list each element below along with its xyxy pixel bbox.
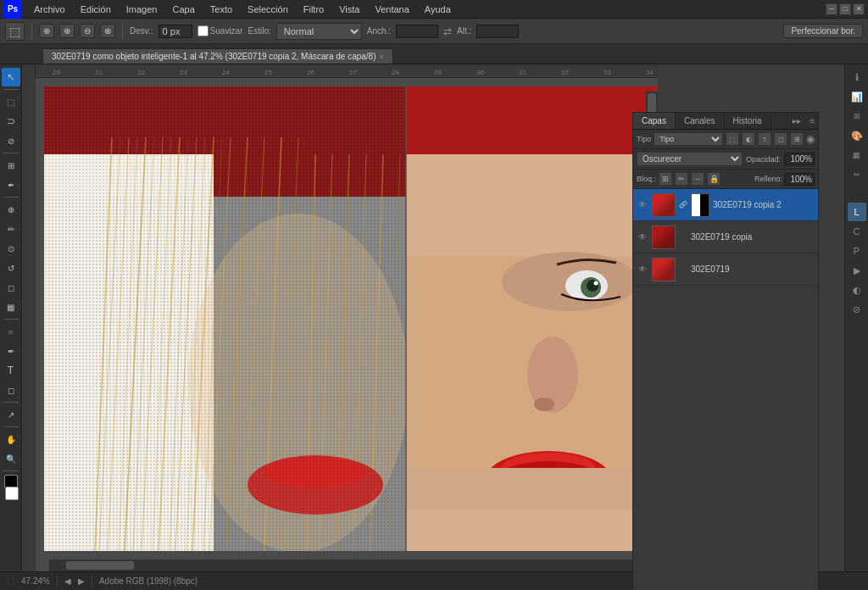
suavizar-checkbox[interactable] <box>198 25 209 36</box>
perfeccionar-btn[interactable]: Perfeccionar bor. <box>783 24 863 38</box>
hand-tool[interactable]: ✋ <box>2 430 20 448</box>
layer-2-thumbnail <box>652 258 676 281</box>
capas-tab[interactable]: Capas <box>633 113 676 129</box>
rs-swatches-btn[interactable]: ▦ <box>848 146 866 164</box>
menu-filtro[interactable]: Filtro <box>297 3 331 16</box>
menu-ventana[interactable]: Ventana <box>368 3 415 16</box>
filter-type-btn[interactable]: T <box>758 132 771 146</box>
layers-blend-row: Oscurecer Normal Multiplicar Aclarar Tra… <box>633 149 818 170</box>
path-select-tool[interactable]: ↗ <box>2 405 20 424</box>
layer-item-1[interactable]: 👁 302E0719 copia <box>633 221 818 253</box>
svg-rect-73 <box>406 510 658 551</box>
estilo-select[interactable]: Normal Proporción fija Tamaño fijo <box>276 23 362 40</box>
heal-tool[interactable]: ⊕ <box>2 200 20 219</box>
rs-color-btn[interactable]: 🎨 <box>848 126 866 145</box>
text-tool[interactable]: T <box>2 361 20 380</box>
document-tab[interactable]: 302E0719 como objeto inteligente-1 al 47… <box>42 48 393 64</box>
menu-vista[interactable]: Vista <box>332 3 366 16</box>
menu-archivo[interactable]: Archivo <box>27 3 72 16</box>
alt-input[interactable] <box>476 25 519 38</box>
layer-item-2[interactable]: 👁 302E0719 <box>633 253 818 286</box>
new-selection-btn[interactable]: ⊕ <box>39 24 54 38</box>
opacity-input[interactable] <box>784 153 815 165</box>
rs-paths-btn[interactable]: P <box>848 242 866 260</box>
filter-shape-btn[interactable]: ◻ <box>774 132 787 146</box>
svg-text:25: 25 <box>264 69 272 76</box>
crop-tool[interactable]: ⊞ <box>2 156 20 175</box>
menu-capa[interactable]: Capa <box>165 3 201 16</box>
maximize-button[interactable]: □ <box>839 3 851 15</box>
canales-tab[interactable]: Canales <box>676 113 725 129</box>
svg-text:23: 23 <box>180 69 187 76</box>
canvas-area: 20 21 22 23 24 25 26 27 28 29 30 31 32 3… <box>22 64 658 571</box>
close-button[interactable]: ✕ <box>853 3 865 15</box>
rs-channels-btn[interactable]: C <box>848 222 866 241</box>
lock-transparent-btn[interactable]: ⊞ <box>659 172 672 186</box>
filter-pixel-btn[interactable]: ⬚ <box>726 132 739 146</box>
menu-edicion[interactable]: Edición <box>74 3 118 16</box>
rs-mask-btn[interactable]: ⊘ <box>848 300 866 319</box>
pen-tool[interactable]: ✒ <box>2 342 20 360</box>
magic-wand-tool[interactable]: ⊘ <box>2 131 20 150</box>
historia-tab[interactable]: Historia <box>725 113 771 129</box>
lock-all-btn[interactable]: 🔒 <box>707 172 721 186</box>
intersect-selection-btn[interactable]: ⊗ <box>100 24 115 38</box>
menu-texto[interactable]: Texto <box>203 3 239 16</box>
lasso-tool[interactable]: ⊃ <box>2 112 20 131</box>
filter-toggle[interactable]: ◉ <box>806 133 815 145</box>
tab-close-btn[interactable]: × <box>379 53 383 61</box>
fill-input[interactable] <box>784 173 815 186</box>
rs-info-btn[interactable]: ℹ <box>848 68 866 86</box>
swap-icon[interactable]: ⇄ <box>443 25 452 37</box>
rs-adjustments-btn[interactable]: ◐ <box>848 281 866 299</box>
layer-0-visibility[interactable]: 👁 <box>637 200 648 209</box>
nav-next-btn[interactable]: ▶ <box>78 576 85 586</box>
status-sep-1 <box>57 576 58 587</box>
menu-imagen[interactable]: Imagen <box>120 3 164 16</box>
shape-tool[interactable]: ◻ <box>2 381 20 399</box>
horizontal-scrollbar[interactable] <box>49 559 646 571</box>
scroll-thumb-h[interactable] <box>66 561 134 570</box>
panel-options-btn[interactable]: ≡ <box>806 113 818 129</box>
lock-position-btn[interactable]: ↔ <box>691 172 704 186</box>
tool-sep-5 <box>3 402 19 403</box>
layer-1-visibility[interactable]: 👁 <box>637 232 648 242</box>
history-tool[interactable]: ↺ <box>2 259 20 277</box>
sep1 <box>31 23 32 40</box>
desv-input[interactable] <box>159 25 192 38</box>
eyedropper-tool[interactable]: ✒ <box>2 175 20 194</box>
nav-prev-btn[interactable]: ◀ <box>64 576 71 586</box>
marquee-tool[interactable]: ⬚ <box>2 92 20 111</box>
blend-mode-select[interactable]: Oscurecer Normal Multiplicar Aclarar Tra… <box>637 152 743 166</box>
subtract-selection-btn[interactable]: ⊖ <box>80 24 95 38</box>
rs-actions-btn[interactable]: ▶ <box>848 261 866 280</box>
desv-label: Desv.: <box>130 26 153 36</box>
rs-navigator-btn[interactable]: ⊞ <box>848 107 866 125</box>
selection-shape-btn[interactable]: ⬚ <box>5 22 25 41</box>
layer-2-visibility[interactable]: 👁 <box>637 264 648 274</box>
anch-input[interactable] <box>396 25 438 38</box>
menu-ayuda[interactable]: Ayuda <box>418 3 458 16</box>
toolbar-top: ⬚ ⊕ ⊕ ⊖ ⊗ Desv.: Suavizar Estilo: Normal… <box>0 19 868 44</box>
dodge-tool[interactable]: ○ <box>2 322 20 341</box>
brush-tool[interactable]: ✏ <box>2 220 20 238</box>
gradient-tool[interactable]: ▦ <box>2 298 20 316</box>
move-tool[interactable]: ↖ <box>2 68 20 86</box>
lock-pixels-btn[interactable]: ✏ <box>675 172 688 186</box>
filter-adjustment-btn[interactable]: ◐ <box>742 132 755 146</box>
clone-tool[interactable]: ⊙ <box>2 239 20 258</box>
filter-smart-btn[interactable]: ⊞ <box>790 132 804 146</box>
menu-seleccion[interactable]: Selección <box>241 3 295 16</box>
minimize-button[interactable]: ─ <box>826 3 837 15</box>
rs-histogram-btn[interactable]: 📊 <box>848 87 866 106</box>
panel-more-btn[interactable]: ▸▸ <box>787 113 806 129</box>
add-selection-btn[interactable]: ⊕ <box>59 24 75 38</box>
rs-layers-btn[interactable]: L <box>848 203 866 221</box>
eraser-tool[interactable]: ◻ <box>2 278 20 297</box>
canvas-viewport[interactable] <box>36 78 658 571</box>
background-color[interactable] <box>5 487 19 500</box>
zoom-tool[interactable]: 🔍 <box>2 449 20 468</box>
layer-item-0[interactable]: 👁 🔗 302E0719 copia 2 <box>633 189 818 221</box>
rs-brushes-btn[interactable]: ✏ <box>848 165 866 184</box>
filter-select[interactable]: Tipo Nombre Efecto <box>654 132 723 146</box>
